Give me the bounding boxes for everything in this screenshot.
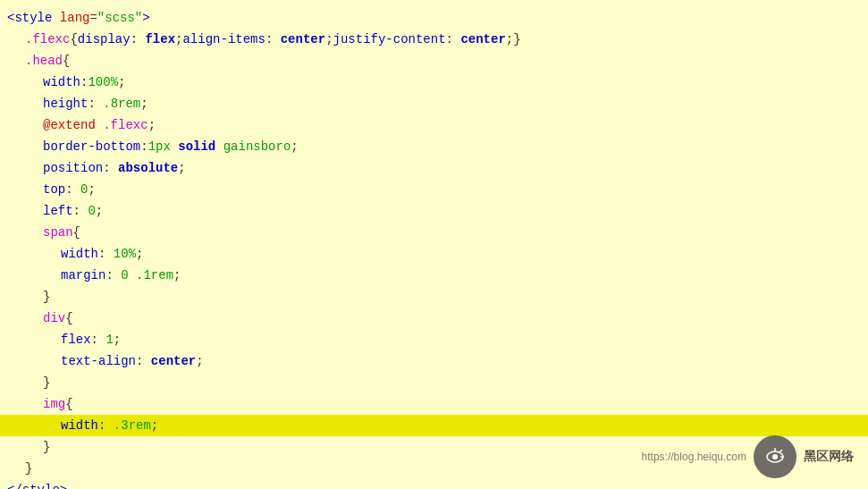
code-line: width: 10%; <box>0 243 868 265</box>
code-line: </style> <box>0 479 868 489</box>
code-line: span{ <box>0 222 868 243</box>
watermark: https://blog.heiqu.com 黑区网络 <box>642 435 854 478</box>
code-line: width:100%; <box>0 72 868 93</box>
code-line: } <box>0 286 868 308</box>
watermark-logo <box>754 435 796 478</box>
code-line: .head{ <box>0 50 868 72</box>
code-line: top: 0; <box>0 179 868 200</box>
code-line: flex: 1; <box>0 329 868 350</box>
code-line: left: 0; <box>0 200 868 222</box>
code-line: height: .8rem; <box>0 93 868 114</box>
code-line: @extend .flexc; <box>0 114 868 136</box>
code-line: margin: 0 .1rem; <box>0 265 868 286</box>
code-line: position: absolute; <box>0 157 868 179</box>
code-line: <style lang="scss"> <box>0 7 868 29</box>
code-line: div{ <box>0 308 868 329</box>
code-line: width: .3rem; <box>0 415 868 436</box>
code-line: text-align: center; <box>0 350 868 372</box>
code-line: img{ <box>0 393 868 415</box>
watermark-brand: 黑区网络 <box>804 449 854 465</box>
watermark-url: https://blog.heiqu.com <box>642 451 746 463</box>
code-editor: <style lang="scss">.flexc{display: flex;… <box>0 0 868 489</box>
code-line: } <box>0 372 868 393</box>
code-line: .flexc{display: flex;align-items: center… <box>0 29 868 50</box>
code-line: border-bottom:1px solid gainsboro; <box>0 136 868 157</box>
svg-point-2 <box>772 454 778 459</box>
code-lines: <style lang="scss">.flexc{display: flex;… <box>0 7 868 489</box>
